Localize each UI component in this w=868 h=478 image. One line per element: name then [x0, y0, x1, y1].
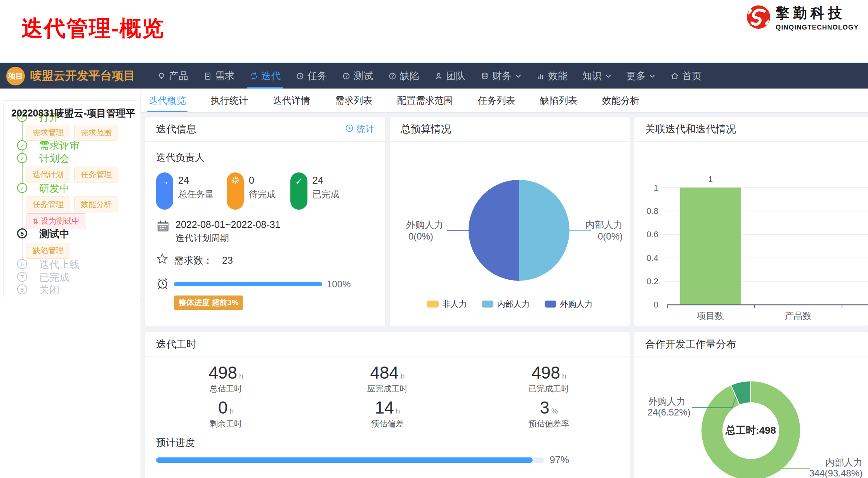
- stat-done-tasks: ✓ 24 已完成: [290, 172, 361, 210]
- nav-item-requirement[interactable]: 需求: [198, 63, 239, 89]
- bar-project-count[interactable]: [680, 188, 741, 305]
- task-manage-button[interactable]: 任务管理: [26, 196, 70, 212]
- logo-mark-icon: [746, 5, 771, 31]
- clock-icon: [295, 71, 305, 81]
- nav-item-label: 更多: [626, 70, 646, 82]
- tab-task-list[interactable]: 任务列表: [476, 89, 517, 112]
- nav-item-test[interactable]: ? 测试: [337, 63, 378, 89]
- tab-performance-analysis[interactable]: 效能分析: [601, 89, 641, 112]
- x-axis-ticks: [667, 305, 842, 308]
- expected-progress-label: 预计进度: [156, 436, 630, 449]
- legend-swatch: [545, 301, 556, 308]
- nav-item-knowledge[interactable]: 知识: [578, 63, 616, 89]
- overall-progress-bar: [174, 282, 322, 286]
- up-down-arrows-icon: ⇅: [33, 217, 38, 226]
- svg-text:?: ?: [391, 74, 394, 78]
- stat-total-tasks: → 24 总任务量: [156, 172, 227, 210]
- nav-item-team[interactable]: 团队: [429, 63, 470, 89]
- donut-center-label: 总工时:498: [725, 424, 776, 436]
- stats-link[interactable]: 统计: [345, 123, 374, 135]
- document-icon: [203, 71, 212, 81]
- question-circle-icon: ?: [388, 71, 397, 81]
- pie-label-left-name: 外购人力: [406, 219, 443, 230]
- legend-item-internal[interactable]: 内部人力: [482, 299, 530, 309]
- iteration-workflow-panel: 20220831唛盟云-项目管理平... ✓ 打开 需求管理 需求范围 ✓ 需求…: [3, 100, 138, 297]
- nav-item-more[interactable]: 更多: [621, 63, 660, 89]
- nav-item-iteration[interactable]: 迭代: [245, 63, 285, 89]
- arrow-right-icon: →: [156, 172, 173, 210]
- card-title: 总预算情况: [401, 122, 451, 136]
- step-label-planning: 计划会: [39, 152, 69, 165]
- legend-item-outsourced[interactable]: 外购人力: [545, 299, 593, 309]
- performance-analysis-button[interactable]: 效能分析: [74, 196, 118, 212]
- donut-label-outsourced-value: 24(6.52%): [648, 407, 691, 417]
- metric-should-complete: 484h 应完成工时: [307, 363, 468, 394]
- x-category-project: 项目数: [697, 311, 724, 321]
- budget-pie-chart: 外购人力 0(0%) 内部人力 0(0%): [390, 142, 630, 299]
- demand-value: 23: [222, 255, 233, 266]
- nav-item-performance[interactable]: 效能: [531, 63, 572, 89]
- chevron-down-icon: [605, 74, 611, 78]
- nav-item-home[interactable]: 首页: [665, 63, 706, 89]
- tab-iteration-detail[interactable]: 迭代详情: [271, 89, 312, 112]
- set-testing-button[interactable]: ⇅设为测试中: [26, 213, 86, 229]
- demand-count-row: 需求数： 23: [156, 253, 374, 268]
- nav-items: 产品 需求 迭代 任务 ? 测试 ? 缺陷: [152, 63, 712, 89]
- step-label-closed: 关闭: [39, 283, 59, 297]
- iteration-plan-button[interactable]: 迭代计划: [26, 167, 70, 183]
- step-circle-online: 6: [17, 259, 27, 269]
- card-title: 关联迭代和迭代情况: [645, 122, 736, 136]
- plan-period: 2022-08-01~2022-08-31: [175, 219, 280, 230]
- chevron-down-icon: [515, 74, 521, 78]
- expected-progress-bar: [156, 457, 544, 463]
- nav-item-task[interactable]: 任务: [291, 63, 332, 89]
- card-title: 迭代工时: [156, 337, 196, 351]
- pie-slice-internal[interactable]: [519, 180, 569, 281]
- y-tick: 0.2: [646, 276, 658, 286]
- legend-swatch: [427, 301, 439, 308]
- metric-deviation-rate: 3% 预估偏差率: [468, 398, 630, 429]
- nav-item-label: 财务: [492, 70, 512, 82]
- page-header: 迭代管理-概览 擎勤科技 QINQINGTECHNOLOGY: [0, 0, 868, 63]
- budget-card: 总预算情况 外购人力 0(0%) 内部人力 0(0%): [389, 116, 630, 326]
- calendar-icon: [156, 219, 170, 235]
- legend-item-nonhuman[interactable]: 非人力: [427, 299, 467, 309]
- tab-iteration-overview[interactable]: 迭代概览: [147, 89, 187, 112]
- project-name: 唛盟云开发平台项目: [30, 68, 135, 84]
- tab-execution-stats[interactable]: 执行统计: [209, 89, 250, 112]
- logo-cn-text: 擎勤科技: [776, 4, 859, 23]
- nav-item-label: 知识: [582, 70, 602, 82]
- nav-item-finance[interactable]: 财务: [476, 63, 526, 89]
- tab-requirement-list[interactable]: 需求列表: [333, 89, 374, 112]
- pie-slice-outsourced[interactable]: [469, 180, 519, 281]
- nav-item-defect[interactable]: ? 缺陷: [383, 63, 424, 89]
- pie-label-left-value: 0(0%): [408, 231, 433, 242]
- requirement-scope-button[interactable]: 需求范围: [74, 125, 118, 141]
- related-bar-chart: 1 0.8 0.6 0.4 0.2 0 1 项目数 产品数: [634, 142, 868, 326]
- step-circle-closed: 8: [17, 284, 27, 294]
- nav-item-product[interactable]: 产品: [152, 63, 193, 89]
- workload-distribution-card: 合作开发工作量分布 外购人力 24(6.52%) 内部人力 344(93.48%…: [634, 332, 868, 478]
- step-circle-testing: 5: [17, 228, 27, 238]
- step-circle-planning: ✓: [17, 153, 27, 163]
- step-label-online: 迭代上线: [39, 258, 80, 271]
- y-tick: 1: [654, 183, 658, 193]
- y-tick: 0: [654, 300, 658, 309]
- tab-configure-scope[interactable]: 配置需求范围: [396, 89, 455, 112]
- task-manage-button[interactable]: 任务管理: [74, 167, 118, 183]
- tab-defect-list[interactable]: 缺陷列表: [538, 89, 579, 112]
- donut-label-outsourced-name: 外购人力: [648, 396, 686, 407]
- defect-manage-button[interactable]: 缺陷管理: [26, 243, 70, 259]
- nav-item-label: 测试: [354, 70, 373, 82]
- bar-chart-icon: [536, 71, 545, 81]
- chevron-down-icon: [649, 74, 655, 78]
- pie-label-right-name: 内部人力: [585, 219, 623, 230]
- step-circle-review: ✓: [17, 140, 27, 150]
- requirement-manage-button[interactable]: 需求管理: [26, 125, 70, 141]
- step-label-developing: 研发中: [39, 182, 69, 195]
- donut-label-internal-name: 内部人力: [825, 457, 863, 468]
- metric-completed: 498h 已完成工时: [468, 363, 630, 394]
- top-navbar: 项目 唛盟云开发平台项目 产品 需求 迭代 任务 ? 测试: [0, 63, 868, 89]
- plan-period-row: 2022-08-01~2022-08-31 迭代计划周期: [156, 219, 374, 244]
- plan-period-label: 迭代计划周期: [175, 232, 280, 244]
